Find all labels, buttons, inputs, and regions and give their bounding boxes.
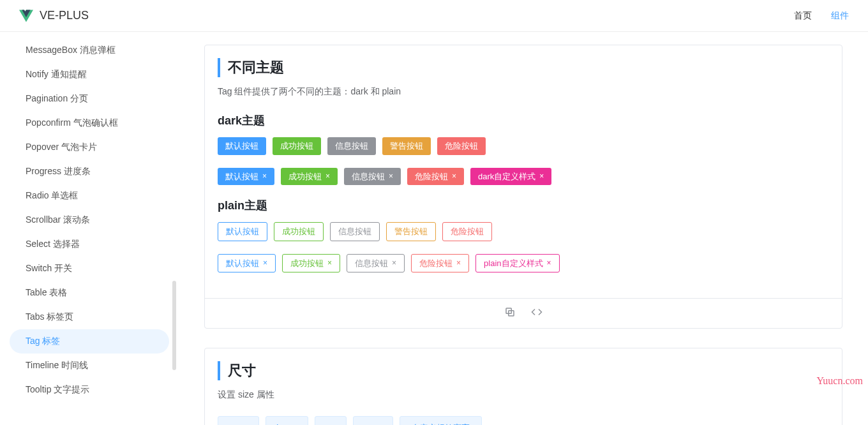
copy-icon[interactable]	[504, 306, 516, 320]
tag-dark-danger-closable[interactable]: 危险按钮×	[407, 168, 464, 186]
dark-row-2: 默认按钮× 成功按钮× 信息按钮× 危险按钮× dark自定义样式×	[218, 168, 829, 186]
sidebar-item-8[interactable]: Select 选择器	[0, 232, 179, 257]
tag-dark-success-closable[interactable]: 成功按钮×	[281, 168, 338, 186]
plain-row-1: 默认按钮 成功按钮 信息按钮 警告按钮 危险按钮	[218, 222, 829, 241]
sidebar: MessageBox 消息弹框Notify 通知提醒Pagination 分页P…	[0, 32, 179, 425]
tag-dark-custom-closable[interactable]: dark自定义样式×	[470, 168, 551, 186]
close-icon[interactable]: ×	[547, 259, 551, 267]
dark-row-1: 默认按钮 成功按钮 信息按钮 警告按钮 危险按钮	[218, 137, 829, 155]
themes-title: 不同主题	[218, 58, 829, 77]
tag-plain-warning[interactable]: 警告按钮	[386, 222, 436, 241]
tag-dark-default[interactable]: 默认按钮	[218, 137, 266, 155]
tag-size-default[interactable]: default	[218, 416, 259, 425]
close-icon[interactable]: ×	[539, 172, 544, 180]
tag-dark-default-closable[interactable]: 默认按钮×	[218, 168, 274, 186]
plain-row-2: 默认按钮× 成功按钮× 信息按钮× 危险按钮× plain自定义样式×	[218, 254, 829, 273]
tag-dark-info-closable[interactable]: 信息按钮×	[344, 168, 401, 186]
nav-home[interactable]: 首页	[794, 10, 812, 22]
sizes-row: default large small small× 自定义标签宽高	[218, 416, 829, 425]
close-icon[interactable]: ×	[327, 259, 332, 267]
themes-card: 不同主题 Tag 组件提供了两个不同的主题：dark 和 plain dark主…	[204, 45, 842, 329]
sidebar-item-0[interactable]: MessageBox 消息弹框	[0, 38, 179, 63]
code-icon[interactable]	[531, 306, 542, 320]
tag-plain-success-closable[interactable]: 成功按钮×	[282, 254, 340, 273]
sidebar-item-11[interactable]: Tabs 标签页	[0, 305, 179, 329]
close-icon[interactable]: ×	[263, 259, 267, 267]
sidebar-item-4[interactable]: Popover 气泡卡片	[0, 135, 179, 160]
close-icon[interactable]: ×	[456, 259, 461, 267]
tag-plain-custom-closable[interactable]: plain自定义样式×	[475, 254, 559, 273]
plain-theme-title: plain主题	[218, 198, 829, 213]
dark-theme-title: dark主题	[218, 113, 829, 128]
tag-dark-info[interactable]: 信息按钮	[327, 137, 376, 155]
close-icon[interactable]: ×	[392, 259, 396, 267]
brand-text: VE-PLUS	[40, 9, 89, 22]
tag-plain-info[interactable]: 信息按钮	[330, 222, 380, 241]
tag-plain-danger-closable[interactable]: 危险按钮×	[411, 254, 469, 273]
themes-desc: Tag 组件提供了两个不同的主题：dark 和 plain	[218, 86, 829, 98]
tag-plain-success[interactable]: 成功按钮	[274, 222, 324, 241]
close-icon[interactable]: ×	[389, 172, 393, 180]
sidebar-item-2[interactable]: Pagination 分页	[0, 87, 179, 111]
tag-size-small[interactable]: small	[315, 416, 347, 425]
close-icon[interactable]: ×	[326, 172, 330, 180]
sidebar-item-3[interactable]: Popconfirm 气泡确认框	[0, 111, 179, 135]
sidebar-item-10[interactable]: Table 表格	[0, 281, 179, 305]
sizes-desc: 设置 size 属性	[218, 389, 829, 401]
main-content: 不同主题 Tag 组件提供了两个不同的主题：dark 和 plain dark主…	[179, 32, 868, 425]
tag-dark-danger[interactable]: 危险按钮	[437, 137, 486, 155]
sidebar-item-5[interactable]: Progress 进度条	[0, 160, 179, 184]
top-nav: 首页 组件	[794, 10, 849, 22]
sidebar-item-12[interactable]: Tag 标签	[10, 329, 169, 354]
sizes-title: 尺寸	[218, 361, 829, 380]
tag-plain-danger[interactable]: 危险按钮	[442, 222, 492, 241]
sizes-card: 尺寸 设置 size 属性 default large small small×…	[204, 348, 842, 425]
watermark: Yuucn.com	[817, 375, 863, 387]
tag-dark-success[interactable]: 成功按钮	[273, 137, 321, 155]
tag-plain-info-closable[interactable]: 信息按钮×	[347, 254, 405, 273]
tag-plain-default[interactable]: 默认按钮	[218, 222, 267, 241]
sidebar-item-13[interactable]: Timeline 时间线	[0, 354, 179, 378]
sidebar-item-14[interactable]: Tooltip 文字提示	[0, 378, 179, 402]
card-toolbar	[205, 298, 842, 328]
close-icon[interactable]: ×	[262, 172, 267, 180]
sidebar-item-6[interactable]: Radio 单选框	[0, 184, 179, 208]
vue-logo-icon	[19, 9, 33, 23]
sidebar-item-9[interactable]: Switch 开关	[0, 257, 179, 281]
sidebar-item-1[interactable]: Notify 通知提醒	[0, 63, 179, 87]
header: VE-PLUS 首页 组件	[0, 0, 868, 32]
close-icon[interactable]: ×	[452, 172, 456, 180]
tag-size-small-closable[interactable]: small×	[353, 416, 393, 425]
nav-components[interactable]: 组件	[831, 10, 849, 22]
tag-size-large[interactable]: large	[266, 416, 308, 425]
logo[interactable]: VE-PLUS	[19, 9, 89, 23]
tag-size-custom[interactable]: 自定义标签宽高	[400, 416, 482, 425]
tag-dark-warning[interactable]: 警告按钮	[382, 137, 431, 155]
sidebar-item-7[interactable]: Scrollbar 滚动条	[0, 208, 179, 232]
tag-plain-default-closable[interactable]: 默认按钮×	[218, 254, 276, 273]
sidebar-scrollbar[interactable]	[172, 281, 176, 370]
